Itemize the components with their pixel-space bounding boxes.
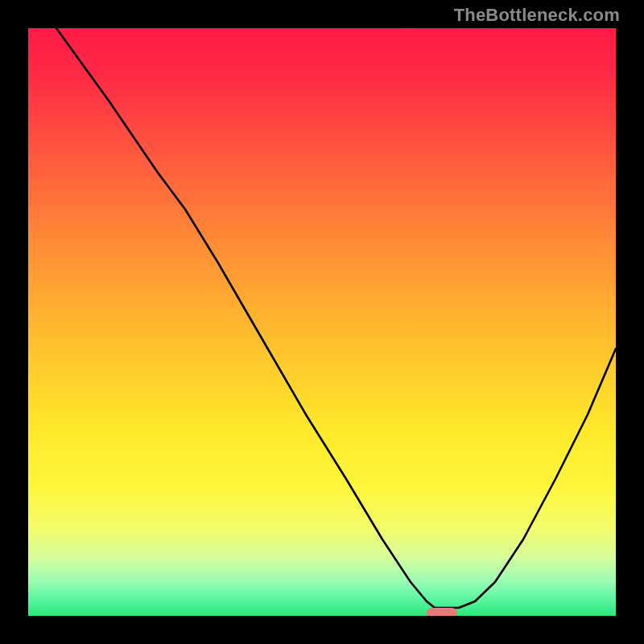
optimal-marker [427, 608, 457, 616]
chart-frame: TheBottleneck.com [0, 0, 644, 644]
plot-background-gradient [28, 28, 616, 616]
watermark-text: TheBottleneck.com [454, 5, 620, 26]
plot-area [28, 28, 616, 616]
